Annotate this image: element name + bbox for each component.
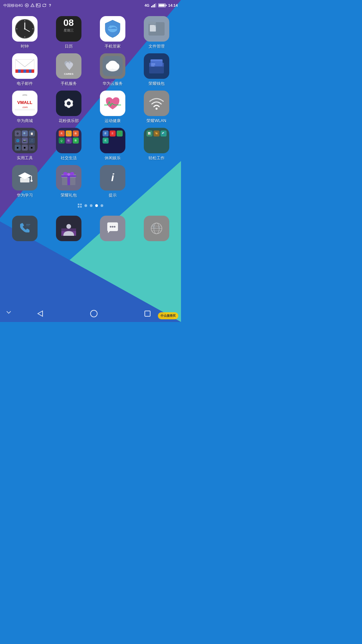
wifi-icon [24, 3, 29, 8]
svg-marker-82 [38, 311, 43, 316]
phone-manager-label: 手机管家 [105, 44, 121, 49]
svg-rect-4 [36, 4, 40, 7]
page-dot-2 [90, 204, 93, 207]
dock-phone-icon-bg [12, 216, 38, 241]
tips-label: 提示 [109, 193, 117, 198]
tools-label: 实用工具 [17, 155, 33, 161]
svg-text:.com: .com [22, 106, 28, 109]
app-email[interactable]: 电子邮件 [3, 51, 46, 89]
svg-point-66 [67, 173, 70, 176]
app-huawei-cloud[interactable]: 华为云服务 [91, 51, 134, 89]
huafen-label: 花粉俱乐部 [59, 118, 79, 124]
file-manager-label: 文件管理 [148, 44, 165, 49]
app-tools[interactable]: ⚙ 🔍 📋 🌐 📷 🎵 ⏺ ⏺ ⏺ 实用工具 [3, 126, 46, 163]
svg-rect-33 [29, 69, 32, 73]
dock-browser[interactable] [135, 214, 178, 243]
floating-promo-button[interactable]: 什么值得买 [158, 312, 178, 319]
svg-rect-30 [21, 69, 23, 73]
social-icon-bg: 美 🔧 微 Q 纽 微 [56, 128, 81, 153]
svg-text:CARES: CARES [64, 72, 73, 75]
dock-phone[interactable] [3, 214, 46, 243]
page-dot-1 [84, 204, 87, 207]
tools-icon-bg: ⚙ 🔍 📋 🌐 📷 🎵 ⏺ ⏺ ⏺ [12, 128, 38, 153]
svg-rect-34 [32, 69, 34, 73]
wlan-icon-bg [144, 91, 169, 116]
svg-point-40 [108, 61, 117, 68]
app-learn[interactable]: 华为学习 [3, 163, 46, 200]
svg-rect-10 [155, 3, 156, 7]
gift-icon-bg [56, 165, 81, 191]
file-manager-icon-bg [144, 16, 169, 42]
app-wlan[interactable]: 荣耀WLAN [135, 89, 178, 126]
svg-text:i: i [111, 171, 114, 183]
clock-icon-bg [12, 16, 38, 42]
leisure-label: 休闲娱乐 [105, 155, 121, 161]
app-clock[interactable]: 时钟 [3, 14, 46, 51]
app-huafen[interactable]: 花粉俱乐部 [47, 89, 90, 126]
app-gift[interactable]: 荣耀礼包 [47, 163, 90, 200]
learn-icon-bg [12, 165, 38, 191]
calendar-weekday: 星期三 [64, 28, 74, 33]
learn-label: 华为学习 [17, 193, 33, 198]
dock-messages-icon-bg [100, 216, 125, 241]
recents-button[interactable] [140, 306, 155, 321]
svg-point-57 [156, 108, 158, 110]
flower-icon-bg [56, 91, 81, 116]
warning-icon: ! [31, 3, 35, 7]
calendar-label: 日历 [65, 44, 73, 49]
email-icon-bg [12, 53, 38, 79]
dock-contacts[interactable] [47, 214, 90, 243]
app-calendar[interactable]: 08 星期三 日历 [47, 14, 90, 51]
dock-messages[interactable] [91, 214, 134, 243]
app-grid-row1: 时钟 08 星期三 日历 手机管家 [0, 11, 181, 51]
app-vmall[interactable]: VMALL .com 华为商城 [3, 89, 46, 126]
leisure-icon-bg: 爱 京 🌿 优 [100, 128, 125, 153]
health-icon-bg [100, 91, 125, 116]
health-label: 运动健康 [105, 118, 121, 124]
svg-point-1 [26, 5, 27, 6]
svg-point-23 [109, 25, 112, 28]
sync-icon [42, 3, 47, 7]
status-left: 中国移动4G ! ? [3, 3, 52, 8]
calendar-day: 08 [63, 18, 74, 28]
status-right: 4G 14:14 [144, 3, 178, 7]
network-type: 4G [144, 3, 149, 7]
svg-rect-25 [148, 21, 156, 24]
app-honor-wallet[interactable]: 荣耀钱包 [135, 51, 178, 89]
cloud-icon-bg [100, 53, 125, 79]
home-button[interactable] [86, 306, 101, 321]
app-social[interactable]: 美 🔧 微 Q 纽 微 社交生活 [47, 126, 90, 163]
empty-icon [144, 165, 169, 191]
app-phone-manager[interactable]: 手机管家 [91, 14, 134, 51]
app-cares[interactable]: CARES 手机服务 [47, 51, 90, 89]
back-button[interactable] [33, 306, 48, 321]
svg-point-61 [31, 180, 33, 182]
app-leisure[interactable]: 爱 京 🌿 优 休闲娱乐 [91, 126, 134, 163]
app-empty [135, 163, 178, 200]
app-grid-row4: ⚙ 🔍 📋 🌐 📷 🎵 ⏺ ⏺ ⏺ 实用工具 美 🔧 微 Q 纽 微 [0, 126, 181, 163]
svg-rect-46 [151, 63, 155, 65]
cares-icon-bg: CARES [56, 53, 81, 79]
app-health[interactable]: 运动健康 [91, 89, 134, 126]
svg-text:VMALL: VMALL [17, 100, 32, 105]
vmall-label: 华为商城 [17, 118, 33, 124]
app-tips[interactable]: i 提示 [91, 163, 134, 200]
social-label: 社交生活 [61, 155, 77, 161]
navigation-bar: 什么值得买 [0, 305, 181, 322]
pull-down-icon[interactable] [5, 309, 12, 317]
wallet-icon-bg [144, 53, 169, 79]
signal-bars [151, 3, 157, 7]
page-indicator [0, 200, 181, 211]
email-label: 电子邮件 [17, 81, 33, 87]
svg-rect-12 [166, 5, 167, 6]
page-dot-3 [95, 204, 98, 207]
app-work[interactable]: 📊 🐪 🌊 轻松工作 [135, 126, 178, 163]
tips-icon-bg: i [100, 165, 125, 191]
gift-label: 荣耀礼包 [61, 193, 77, 198]
svg-rect-29 [18, 69, 21, 73]
calendar-icon-bg: 08 星期三 [56, 16, 81, 42]
time-display: 14:14 [168, 3, 178, 7]
app-file-manager[interactable]: 文件管理 [135, 14, 178, 51]
svg-text:!: ! [32, 5, 33, 7]
svg-marker-59 [18, 172, 32, 179]
